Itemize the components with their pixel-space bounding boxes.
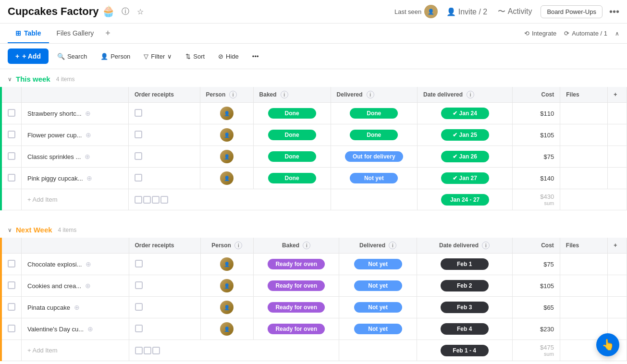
row-person[interactable]: 👤	[200, 318, 254, 340]
person-info-icon[interactable]: i	[229, 91, 237, 98]
more-options-button[interactable]: •••	[609, 6, 619, 17]
row-person[interactable]: 👤	[200, 254, 254, 275]
row-name[interactable]: Valentine's Day cu... ⊕	[22, 318, 129, 340]
row-order-cb[interactable]	[135, 260, 143, 267]
group-this-week-chevron[interactable]: ∨	[8, 76, 12, 83]
row-order-cb[interactable]	[135, 325, 143, 332]
row-delivered[interactable]: Done	[331, 124, 417, 146]
automate-button[interactable]: ⟳ Automate / 1	[564, 30, 607, 37]
row-date[interactable]: Feb 1	[417, 254, 512, 275]
row-add-icon[interactable]: ⊕	[86, 131, 91, 139]
row-add-icon[interactable]: ⊕	[74, 303, 80, 311]
row-add-icon[interactable]: ⊕	[85, 282, 91, 290]
row-add-icon[interactable]: ⊕	[86, 174, 92, 182]
row-order-cb[interactable]	[135, 131, 142, 138]
row-baked[interactable]: Ready for oven	[254, 254, 339, 275]
placeholder-cb3[interactable]	[152, 347, 160, 354]
row-add-icon[interactable]: ⊕	[85, 109, 91, 117]
activity-button[interactable]: 〜 Activity	[496, 6, 534, 18]
add-button[interactable]: + + Add	[8, 49, 49, 64]
row-name[interactable]: Strawberry shortc... ⊕	[22, 103, 129, 124]
row-delivered[interactable]: Not yet	[339, 318, 417, 340]
row-add-icon[interactable]: ⊕	[85, 153, 90, 160]
integrate-button[interactable]: ⟲ Integrate	[524, 30, 556, 37]
delivered-info-icon-nw[interactable]: i	[389, 242, 396, 249]
row-date[interactable]: Feb 4	[417, 318, 512, 340]
placeholder-cb2[interactable]	[144, 347, 151, 354]
placeholder-cb1[interactable]	[135, 196, 142, 204]
row-person[interactable]: 👤	[200, 146, 253, 168]
row-baked[interactable]: Done	[253, 146, 331, 168]
row-checkbox[interactable]	[8, 325, 15, 332]
row-baked[interactable]: Ready for oven	[254, 318, 339, 340]
placeholder-cb2[interactable]	[143, 196, 151, 204]
row-baked[interactable]: Done	[253, 168, 331, 189]
row-baked[interactable]: Done	[253, 103, 331, 124]
row-delivered[interactable]: Out for delivery	[331, 146, 417, 168]
row-checkbox[interactable]	[8, 303, 15, 311]
info-button[interactable]: ⓘ	[120, 6, 131, 18]
row-person[interactable]: 👤	[200, 124, 253, 146]
row-order-cb[interactable]	[135, 281, 143, 289]
row-date[interactable]: Feb 3	[417, 297, 512, 318]
row-order-cb[interactable]	[135, 152, 142, 160]
tab-files-gallery[interactable]: Files Gallery	[49, 24, 102, 43]
row-order-cb[interactable]	[135, 109, 142, 117]
row-delivered[interactable]: Not yet	[331, 168, 417, 189]
date-info-icon[interactable]: i	[467, 91, 474, 98]
row-delivered[interactable]: Done	[331, 103, 417, 124]
hide-button[interactable]: ⊘ Hide	[213, 50, 244, 63]
row-order-cb[interactable]	[135, 174, 142, 182]
invite-button[interactable]: 👤 Invite / 2	[444, 6, 489, 17]
row-checkbox[interactable]	[8, 152, 15, 160]
row-checkbox[interactable]	[8, 281, 15, 289]
row-add-icon[interactable]: ⊕	[87, 325, 93, 333]
placeholder-cb4[interactable]	[160, 196, 168, 204]
row-baked[interactable]: Ready for oven	[254, 275, 339, 297]
row-date[interactable]: ✔ Jan 25	[418, 124, 513, 146]
row-person[interactable]: 👤	[200, 275, 254, 297]
row-baked[interactable]: Done	[253, 124, 331, 146]
row-baked[interactable]: Ready for oven	[254, 297, 339, 318]
row-date[interactable]: ✔ Jan 27	[418, 168, 513, 189]
baked-info-icon-nw[interactable]: i	[303, 242, 310, 249]
row-person[interactable]: 👤	[200, 103, 253, 124]
row-name[interactable]: Pinata cupcake ⊕	[22, 297, 129, 318]
col-add-header[interactable]: +	[608, 87, 627, 103]
row-name[interactable]: Classic sprinkles ... ⊕	[22, 146, 129, 168]
row-delivered[interactable]: Not yet	[339, 275, 417, 297]
person-info-icon-nw[interactable]: i	[234, 242, 242, 249]
row-checkbox[interactable]	[8, 260, 15, 267]
row-checkbox[interactable]	[8, 174, 15, 182]
col-add-header-nw[interactable]: +	[608, 238, 627, 254]
row-name[interactable]: Pink piggy cupcak... ⊕	[22, 168, 129, 189]
sort-button[interactable]: ⇅ Sort	[181, 50, 209, 63]
board-power-ups-button[interactable]: Board Power-Ups	[541, 5, 602, 18]
group-next-week-chevron[interactable]: ∨	[8, 227, 12, 233]
date-info-icon-nw[interactable]: i	[482, 242, 490, 249]
person-button[interactable]: 👤 Person	[96, 50, 135, 63]
add-item-button[interactable]: + Add Item	[27, 196, 58, 203]
chat-bubble[interactable]: 👆	[596, 333, 619, 356]
collapse-button[interactable]: ∧	[615, 30, 619, 37]
delivered-info-icon[interactable]: i	[367, 91, 374, 98]
row-person[interactable]: 👤	[200, 297, 254, 318]
row-name[interactable]: Chocolate explosi... ⊕	[22, 254, 129, 275]
row-delivered[interactable]: Not yet	[339, 297, 417, 318]
add-tab-button[interactable]: +	[101, 24, 114, 43]
baked-info-icon[interactable]: i	[281, 91, 288, 98]
row-delivered[interactable]: Not yet	[339, 254, 417, 275]
row-date[interactable]: ✔ Jan 24	[418, 103, 513, 124]
tab-table[interactable]: ⊞ Table	[8, 24, 49, 43]
star-button[interactable]: ☆	[135, 6, 146, 17]
row-checkbox[interactable]	[8, 131, 15, 138]
row-order-cb[interactable]	[135, 303, 143, 311]
placeholder-cb3[interactable]	[152, 196, 160, 204]
placeholder-cb1[interactable]	[135, 347, 143, 354]
row-date[interactable]: ✔ Jan 26	[418, 146, 513, 168]
row-date[interactable]: Feb 2	[417, 275, 512, 297]
search-button[interactable]: 🔍 Search	[52, 50, 92, 63]
row-name[interactable]: Cookies and crea... ⊕	[22, 275, 129, 297]
add-item-button[interactable]: + Add Item	[27, 347, 58, 354]
row-person[interactable]: 👤	[200, 168, 253, 189]
